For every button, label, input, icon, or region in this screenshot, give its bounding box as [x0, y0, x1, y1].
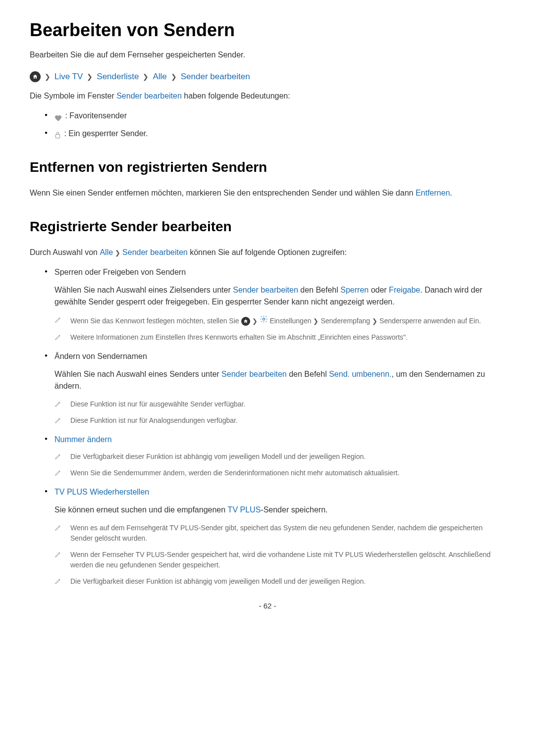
note: Weitere Informationen zum Einstellen Ihr… — [54, 332, 505, 343]
lock-label: : Ein gesperrter Sender. — [62, 129, 148, 138]
chevron-right-icon: ❯ — [313, 317, 319, 325]
link-entfernen: Entfernen — [416, 189, 450, 197]
pencil-icon — [54, 316, 61, 323]
pencil-icon — [54, 577, 61, 584]
topic-title-nummer-aendern: Nummer ändern — [54, 434, 505, 446]
topic2-body: Wählen Sie nach Auswahl eines Senders un… — [54, 368, 505, 392]
list-item: Ändern von Sendernamen Wählen Sie nach A… — [45, 351, 505, 426]
link-ein: Ein — [469, 317, 479, 325]
note: Die Verfügbarkeit dieser Funktion ist ab… — [54, 452, 505, 462]
list-item: TV PLUS Wiederherstellen Sie können erne… — [45, 486, 505, 587]
link-senderempfang: Senderempfang — [321, 317, 370, 325]
link-alle: Alle — [100, 248, 113, 256]
note: Wenn Sie das Kennwort festlegen möchten,… — [54, 315, 505, 326]
pencil-icon — [54, 551, 61, 557]
subtitle: Bearbeiten Sie die auf dem Fernseher ges… — [30, 50, 505, 59]
section-heading-entfernen: Entfernen von registrierten Sendern — [30, 159, 505, 175]
pencil-icon — [54, 416, 61, 423]
note: Die Verfügbarkeit dieser Funktion ist ab… — [54, 576, 505, 587]
note: Diese Funktion ist nur für ausgewählte S… — [54, 399, 505, 409]
breadcrumb-sender-bearbeiten[interactable]: Sender bearbeiten — [181, 72, 250, 82]
chevron-right-icon: ❯ — [45, 73, 51, 81]
breadcrumb-alle[interactable]: Alle — [153, 72, 166, 82]
svg-rect-0 — [55, 135, 60, 139]
home-icon — [241, 317, 250, 326]
note: Wenn Sie die Sendernummer ändern, werden… — [54, 468, 505, 478]
intro-paragraph: Die Symbole im Fenster Sender bearbeiten… — [30, 90, 505, 102]
topic-title-sperren: Sperren oder Freigeben von Sendern — [54, 266, 505, 278]
chevron-right-icon: ❯ — [87, 73, 93, 81]
breadcrumb-live-tv[interactable]: Live TV — [54, 72, 83, 82]
link-sendersperre: Sendersperre anwenden — [379, 317, 455, 325]
note: Diese Funktion ist nur für Analogsendung… — [54, 415, 505, 426]
note: Wenn es auf dem Fernsehgerät TV PLUS-Sen… — [54, 523, 505, 544]
link-sender-bearbeiten: Sender bearbeiten — [116, 92, 182, 100]
svg-point-1 — [263, 318, 265, 320]
topic4-body: Sie können erneut suchen und die empfang… — [54, 504, 505, 516]
heart-label: : Favoritensender — [63, 111, 127, 120]
heart-icon — [54, 113, 62, 119]
lock-icon — [54, 130, 61, 138]
section3-intro: Durch Auswahl von Alle❯Sender bearbeiten… — [30, 247, 505, 258]
icon-legend-list: : Favoritensender : Ein gesperrter Sende… — [30, 110, 505, 140]
topic-title-aendern-namen: Ändern von Sendernamen — [54, 351, 505, 362]
link-sender-bearbeiten: Sender bearbeiten — [122, 248, 188, 256]
chevron-right-icon: ❯ — [143, 73, 149, 81]
pencil-icon — [54, 524, 61, 531]
link-einrichten-passwort[interactable]: Einrichten eines Passworts — [320, 333, 403, 341]
chevron-right-icon: ❯ — [171, 73, 177, 81]
page-title: Bearbeiten von Sendern — [30, 20, 505, 41]
page-number: - 62 - — [30, 602, 505, 610]
section-heading-bearbeiten: Registrierte Sender bearbeiten — [30, 219, 505, 235]
topic1-body: Wählen Sie nach Auswahl eines Zielsender… — [54, 284, 505, 308]
breadcrumb: ❯ Live TV ❯ Senderliste ❯ Alle ❯ Sender … — [30, 71, 505, 82]
pencil-icon — [54, 400, 61, 407]
home-icon — [30, 71, 41, 82]
pencil-icon — [54, 469, 61, 476]
chevron-right-icon: ❯ — [252, 317, 258, 325]
topic-title-tvplus-wiederherstellen: TV PLUS Wiederherstellen — [54, 486, 505, 498]
note: Wenn der Fernseher TV PLUS-Sender gespei… — [54, 550, 505, 570]
topics-list: Sperren oder Freigeben von Sendern Wähle… — [30, 266, 505, 587]
chevron-right-icon: ❯ — [115, 249, 120, 256]
list-item: : Favoritensender — [45, 110, 505, 122]
list-item: Sperren oder Freigeben von Sendern Wähle… — [45, 266, 505, 343]
pencil-icon — [54, 453, 61, 459]
chevron-right-icon: ❯ — [372, 317, 377, 325]
section2-body: Wenn Sie einen Sender entfernen möchten,… — [30, 187, 505, 199]
list-item: Nummer ändern Die Verfügbarkeit dieser F… — [45, 434, 505, 478]
link-einstellungen: Einstellungen — [269, 317, 311, 325]
gear-icon — [260, 315, 268, 323]
list-item: : Ein gesperrter Sender. — [45, 128, 505, 140]
pencil-icon — [54, 333, 61, 340]
breadcrumb-senderliste[interactable]: Senderliste — [97, 72, 139, 82]
